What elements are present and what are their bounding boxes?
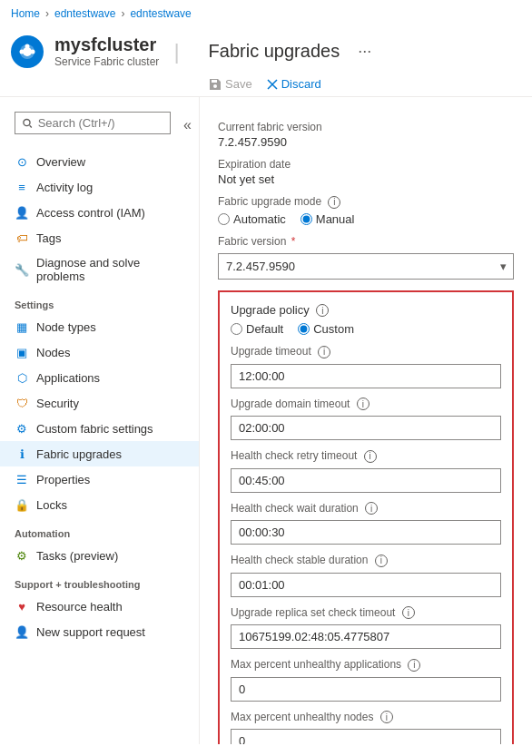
breadcrumb-home[interactable]: Home [11, 7, 40, 20]
mode-manual-radio[interactable] [300, 213, 312, 225]
max-unhealthy-apps-info-icon[interactable]: i [408, 659, 420, 672]
upgrade-domain-timeout-label: Upgrade domain timeout i [231, 398, 501, 411]
custom-icon: ⚙ [15, 421, 29, 436]
upgrade-mode-info-icon[interactable]: i [328, 196, 340, 209]
sidebar-item-applications[interactable]: ⬡ Applications [0, 365, 199, 390]
sidebar: « ⊙ Overview ≡ Activity log 👤 Access con… [0, 97, 200, 744]
policy-custom-option[interactable]: Custom [298, 322, 354, 336]
sidebar-item-overview[interactable]: ⊙ Overview [0, 149, 199, 174]
health-check-retry-input[interactable] [231, 468, 501, 493]
properties-icon: ☰ [15, 472, 29, 486]
upgrade-replica-input[interactable] [231, 624, 501, 649]
support-icon: 👤 [15, 624, 29, 639]
cluster-icon [11, 35, 44, 68]
page-header: mysfcluster Service Fabric cluster | Fab… [0, 27, 532, 72]
sidebar-item-node-types[interactable]: ▦ Node types [0, 314, 199, 339]
locks-icon: 🔒 [15, 497, 29, 512]
activity-icon: ≡ [15, 180, 29, 194]
current-version-value: 7.2.457.9590 [218, 135, 514, 149]
save-button[interactable]: Save [209, 77, 252, 91]
sidebar-item-new-support[interactable]: 👤 New support request [0, 619, 199, 644]
upgrade-domain-timeout-input[interactable] [231, 416, 501, 440]
svg-line-6 [30, 125, 32, 127]
settings-section-header: Settings [0, 289, 199, 314]
expiration-date-label: Expiration date [218, 158, 514, 171]
health-icon: ♥ [15, 599, 29, 614]
sidebar-item-custom-fabric[interactable]: ⚙ Custom fabric settings [0, 416, 199, 441]
breadcrumb-level1[interactable]: edntestwave [54, 7, 115, 20]
max-unhealthy-nodes-input[interactable] [231, 729, 501, 744]
support-section-header: Support + troubleshooting [0, 568, 199, 594]
upgrade-policy-header: Upgrade policy i [231, 303, 501, 318]
sidebar-item-nodes[interactable]: ▣ Nodes [0, 339, 199, 365]
nodetypes-icon: ▦ [15, 319, 29, 334]
health-check-wait-label: Health check wait duration i [231, 502, 501, 515]
upgrade-timeout-input[interactable] [231, 364, 501, 388]
discard-button[interactable]: Discard [267, 77, 321, 91]
max-unhealthy-apps-input[interactable] [231, 677, 501, 702]
health-check-stable-info-icon[interactable]: i [375, 555, 388, 567]
mode-automatic-option[interactable]: Automatic [218, 212, 286, 226]
breadcrumb-level2[interactable]: edntestwave [130, 7, 191, 20]
upgrade-policy-section: Upgrade policy i Default Custom Upgrade … [218, 290, 514, 745]
diagnose-icon: 🔧 [15, 262, 29, 277]
access-icon: 👤 [15, 205, 29, 220]
upgrade-mode-label: Fabric upgrade mode i [218, 195, 514, 209]
upgrade-policy-info-icon[interactable]: i [316, 304, 329, 317]
health-check-stable-input[interactable] [231, 573, 501, 597]
search-input[interactable] [38, 116, 163, 130]
title-separator: | [173, 39, 179, 64]
cluster-type: Service Fabric cluster [54, 55, 159, 68]
upgrade-timeout-label: Upgrade timeout i [231, 345, 501, 358]
svg-point-4 [25, 44, 30, 48]
svg-point-3 [31, 49, 35, 54]
upgrade-domain-timeout-info-icon[interactable]: i [357, 398, 369, 410]
mode-automatic-radio[interactable] [218, 213, 230, 225]
fabric-version-dropdown[interactable]: 7.2.457.9590 [218, 253, 514, 280]
fabric-icon: ℹ [15, 447, 29, 461]
search-box[interactable] [15, 112, 171, 134]
upgrade-policy-radio-group: Default Custom [231, 322, 501, 336]
upgrade-replica-label: Upgrade replica set check timeout i [231, 606, 501, 620]
more-options-button[interactable]: ··· [358, 42, 371, 61]
upgrade-mode-radio-group: Automatic Manual [218, 212, 514, 226]
toolbar: Save Discard [0, 72, 532, 97]
sidebar-item-tags[interactable]: 🏷 Tags [0, 225, 199, 250]
sidebar-item-tasks[interactable]: ⚙ Tasks (preview) [0, 543, 199, 568]
page-title: Fabric upgrades [198, 41, 340, 62]
sidebar-item-security[interactable]: 🛡 Security [0, 390, 199, 416]
health-check-wait-info-icon[interactable]: i [365, 502, 378, 515]
upgrade-timeout-info-icon[interactable]: i [318, 346, 330, 358]
automation-section-header: Automation [0, 517, 199, 543]
sidebar-item-resource-health[interactable]: ♥ Resource health [0, 594, 199, 619]
tags-icon: 🏷 [15, 231, 29, 245]
policy-default-radio[interactable] [231, 323, 242, 335]
sidebar-item-fabric-upgrades[interactable]: ℹ Fabric upgrades [0, 441, 199, 466]
tasks-icon: ⚙ [15, 548, 29, 563]
breadcrumb: Home › edntestwave › edntestwave [0, 0, 532, 27]
sidebar-item-locks[interactable]: 🔒 Locks [0, 492, 199, 517]
mode-manual-option[interactable]: Manual [300, 212, 355, 226]
sidebar-item-properties[interactable]: ☰ Properties [0, 466, 199, 492]
max-unhealthy-apps-label: Max percent unhealthy applications i [231, 658, 501, 672]
health-check-retry-info-icon[interactable]: i [364, 450, 377, 463]
nodes-icon: ▣ [15, 345, 29, 359]
sidebar-item-access-control[interactable]: 👤 Access control (IAM) [0, 200, 199, 225]
sidebar-item-activity-log[interactable]: ≡ Activity log [0, 174, 199, 200]
svg-point-2 [20, 49, 25, 54]
expiration-date-value: Not yet set [218, 172, 514, 186]
sidebar-item-diagnose[interactable]: 🔧 Diagnose and solve problems [0, 250, 199, 289]
max-unhealthy-nodes-label: Max percent unhealthy nodes i [231, 711, 501, 724]
max-unhealthy-nodes-info-icon[interactable]: i [380, 711, 393, 723]
current-version-label: Current fabric version [218, 121, 514, 133]
fabric-version-dropdown-wrapper: 7.2.457.9590 ▾ [218, 253, 514, 280]
applications-icon: ⬡ [15, 370, 29, 385]
health-check-wait-input[interactable] [231, 520, 501, 545]
svg-point-5 [24, 119, 30, 125]
collapse-button[interactable]: « [183, 117, 192, 133]
policy-custom-radio[interactable] [298, 323, 310, 335]
upgrade-replica-info-icon[interactable]: i [402, 606, 415, 619]
overview-icon: ⊙ [15, 154, 29, 169]
policy-default-option[interactable]: Default [231, 322, 283, 336]
main-layout: « ⊙ Overview ≡ Activity log 👤 Access con… [0, 97, 532, 744]
